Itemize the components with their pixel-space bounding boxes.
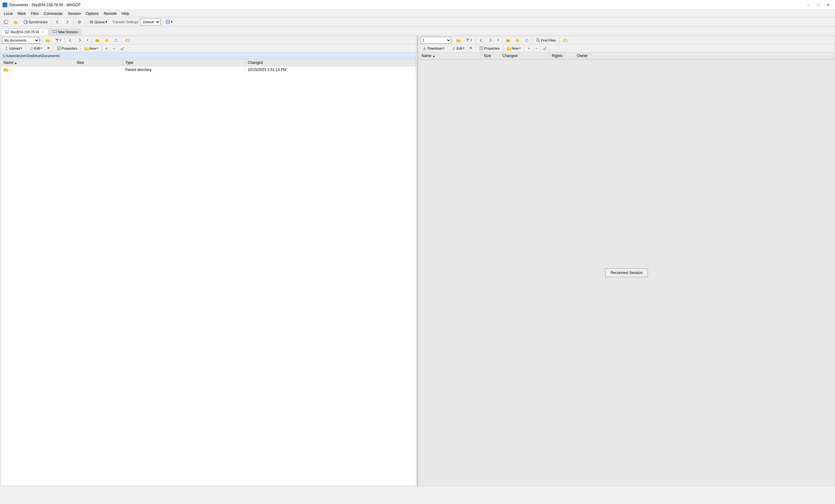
right-check-icon — [543, 46, 547, 50]
folder-open-icon — [46, 38, 50, 42]
right-col-name[interactable]: Name ▲ — [419, 52, 481, 59]
right-back-btn[interactable] — [477, 37, 485, 44]
right-col-size[interactable]: Size — [481, 52, 500, 59]
transfer-profile-select[interactable]: Default — [140, 19, 160, 25]
left-filter-btn[interactable]: ▾ — [53, 37, 63, 44]
left-path-bar: C:\Users\bryce\OneDrive\Documents\ — [1, 52, 416, 59]
left-col-name[interactable]: Name ▲ — [1, 59, 74, 66]
left-properties-button[interactable]: Properties — [55, 45, 79, 52]
left-drive-btn[interactable] — [123, 37, 132, 44]
left-table-header: Name ▲ Size Type Changed — [1, 59, 416, 66]
find-files-button[interactable]: Find Files — [534, 37, 558, 44]
menu-commands[interactable]: Commands — [41, 11, 65, 17]
arrow-left-icon — [55, 20, 60, 24]
right-filter-btn[interactable]: ▾ — [463, 37, 474, 44]
left-minus-btn[interactable]: − — [110, 45, 117, 52]
right-delete-button[interactable]: ✕ — [467, 45, 474, 52]
left-back-btn[interactable] — [66, 37, 75, 44]
left-col-type[interactable]: Type — [123, 59, 245, 66]
right-refresh-btn[interactable] — [522, 37, 531, 44]
minimize-button[interactable]: – — [804, 2, 813, 8]
menu-help[interactable]: Help — [119, 11, 132, 17]
left-edit-label: Edit — [34, 46, 40, 50]
right-nav-dropdown-btn[interactable]: ▾ — [495, 37, 501, 44]
left-properties-label: Properties — [62, 46, 77, 50]
new-folder-icon — [84, 46, 89, 50]
left-folder-open-btn[interactable] — [43, 37, 52, 44]
toolbar-icon-btn-5[interactable] — [75, 18, 84, 26]
menu-remote[interactable]: Remote — [101, 11, 119, 17]
right-col-changed[interactable]: Changed — [500, 52, 549, 59]
toolbar-sep-1 — [51, 19, 52, 25]
sync-icon — [23, 20, 28, 24]
download-label: Download — [427, 46, 443, 50]
queue-label: Queue — [95, 20, 105, 24]
toolbar-icon-btn-3[interactable] — [53, 18, 62, 26]
right-col-rights[interactable]: Rights — [549, 52, 574, 59]
right-check-btn[interactable] — [540, 45, 549, 52]
left-check-btn[interactable] — [118, 45, 126, 52]
menu-session[interactable]: Session — [65, 11, 83, 17]
main-content: My documents ▾ ▾ — [0, 35, 835, 487]
menu-options[interactable]: Options — [83, 11, 101, 17]
right-sep-2 — [502, 37, 503, 43]
left-col-size[interactable]: Size — [74, 59, 123, 66]
right-properties-label: Properties — [484, 46, 500, 50]
globe-icon — [165, 20, 170, 24]
toolbar-icon-btn-1[interactable] — [1, 18, 11, 26]
right-folder-icon — [456, 38, 461, 42]
synchronize-button[interactable]: Synchronize — [21, 18, 50, 26]
left-root-btn[interactable] — [102, 37, 111, 44]
download-icon — [423, 46, 427, 50]
right-col-owner[interactable]: Owner — [574, 52, 834, 59]
right-new-button[interactable]: New ▾ — [505, 45, 523, 52]
right-drive-icon — [563, 38, 567, 42]
right-forward-icon — [488, 38, 493, 42]
right-drive-btn[interactable] — [561, 37, 569, 44]
maximize-button[interactable]: □ — [814, 2, 822, 8]
left-fwd-dropdown-btn[interactable]: ▾ — [85, 37, 90, 44]
right-sep-3 — [532, 37, 533, 43]
left-refresh-btn[interactable] — [112, 37, 120, 44]
tab-session-close[interactable]: × — [41, 30, 45, 34]
left-new-button[interactable]: New ▾ — [82, 45, 100, 52]
left-edit-button[interactable]: Edit ▾ — [27, 45, 44, 52]
left-parent-btn[interactable] — [93, 37, 102, 44]
computer-icon — [5, 30, 9, 34]
properties-icon — [57, 46, 61, 50]
right-action-sep-1 — [448, 45, 448, 51]
tab-session[interactable]: Sky@54.158.78.56 × — [1, 28, 48, 35]
right-forward-btn[interactable] — [486, 37, 495, 44]
close-button[interactable]: ✕ — [824, 2, 833, 8]
toolbar-icon-btn-4[interactable] — [63, 18, 72, 26]
left-forward-btn[interactable] — [75, 37, 84, 44]
menu-mark[interactable]: Mark — [15, 11, 28, 17]
left-plus-btn[interactable]: + — [103, 45, 110, 52]
download-button[interactable]: Download ▾ — [420, 45, 447, 52]
right-minus-btn[interactable]: − — [533, 45, 540, 52]
title-text: Documents - Sky@54.158.78.56 - WinSCP — [9, 3, 81, 7]
menu-local[interactable]: Local — [1, 11, 15, 17]
panel-splitter[interactable] — [417, 35, 418, 487]
reconnect-button[interactable]: Reconnect Session — [605, 269, 648, 277]
right-plus-btn[interactable]: + — [526, 45, 532, 52]
upload-button[interactable]: Upload ▾ — [2, 45, 24, 52]
toolbar-globe-button[interactable]: ▾ — [163, 18, 175, 26]
left-location-combo[interactable]: My documents — [2, 37, 39, 44]
right-folder-open-btn[interactable] — [454, 37, 463, 44]
table-row[interactable]: .. Parent directory 10/15/2021 1:51:14 P… — [1, 66, 416, 74]
right-home-btn[interactable] — [513, 37, 522, 44]
tab-new-session[interactable]: New Session — [49, 28, 81, 35]
right-panel: 1 ▾ — [419, 36, 834, 486]
svg-rect-13 — [5, 34, 8, 34]
menu-files[interactable]: Files — [28, 11, 41, 17]
left-col-changed[interactable]: Changed — [245, 59, 416, 66]
right-properties-button[interactable]: Properties — [477, 45, 502, 52]
left-file-table: Name ▲ Size Type Changed — [1, 59, 416, 486]
right-location-combo[interactable]: 1 — [420, 37, 451, 44]
left-delete-button[interactable]: ✕ — [45, 45, 52, 52]
toolbar-icon-btn-2[interactable] — [11, 18, 20, 26]
right-parent-btn[interactable] — [504, 37, 512, 44]
right-edit-button[interactable]: Edit ▾ — [449, 45, 467, 52]
queue-button[interactable]: Queue ▾ — [87, 18, 109, 26]
